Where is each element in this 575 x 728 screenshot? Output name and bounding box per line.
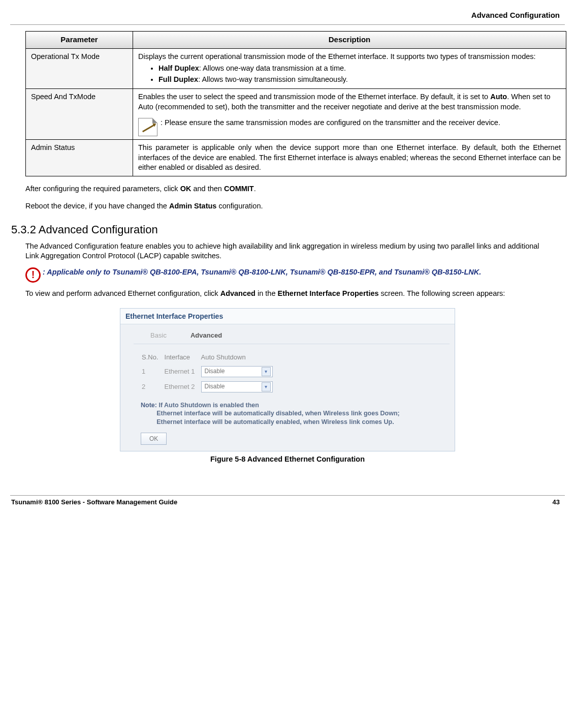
param-name: Speed And TxMode (26, 89, 133, 140)
param-desc: This parameter is applicable only when t… (133, 140, 566, 176)
embedded-screenshot: Ethernet Interface Properties Basic Adva… (120, 308, 455, 465)
desc-bold: Auto (490, 93, 507, 101)
desc-pre: Enables the user to select the speed and… (138, 93, 490, 101)
chevron-down-icon: ▾ (262, 367, 271, 376)
table-row: Admin Status This parameter is applicabl… (26, 140, 566, 176)
col-autoshutdown: Auto Shutdown (201, 351, 278, 363)
tab-advanced[interactable]: Advanced (183, 331, 229, 340)
bullet-item: Full Duplex: Allows two-way transmission… (158, 75, 561, 85)
param-desc: Enables the user to select the speed and… (133, 89, 566, 140)
col-interface: Interface (165, 351, 200, 363)
th-parameter: Parameter (26, 32, 133, 48)
after-table-line2: Reboot the device, if you have changed t… (25, 201, 565, 211)
footer-page-number: 43 (553, 498, 560, 507)
warning-icon: ! (25, 267, 41, 283)
bullet-item: Half Duplex: Allows one-way data transmi… (158, 64, 561, 74)
autoshutdown-select-1[interactable]: Disable▾ (201, 366, 273, 377)
panel-title: Ethernet Interface Properties (120, 309, 455, 325)
bullet-bold: Half Duplex (158, 64, 199, 72)
bullet-rest: : Allows two-way transmission simultaneo… (198, 75, 348, 83)
panel-note: Note: If Auto Shutdown is enabled then E… (141, 401, 455, 427)
desc-intro: Displays the current operational transmi… (138, 52, 536, 60)
autoshutdown-select-2[interactable]: Disable▾ (201, 381, 273, 392)
section-heading: 5.3.2 Advanced Configuration (11, 222, 565, 237)
footer-divider (10, 495, 565, 496)
bullet-rest: : Allows one-way data transmission at a … (199, 64, 346, 72)
th-description: Description (133, 32, 566, 48)
table-row: 2 Ethernet 2 Disable▾ (142, 380, 278, 394)
table-row: Operational Tx Mode Displays the current… (26, 48, 566, 89)
footer-left: Tsunami® 8100 Series - Software Manageme… (11, 498, 177, 507)
header-divider (10, 24, 565, 25)
section-intro: The Advanced Configuration feature enabl… (25, 241, 550, 261)
inner-table: S.No. Interface Auto Shutdown 1 Ethernet… (141, 350, 279, 395)
ok-button[interactable]: OK (141, 433, 167, 445)
param-name: Admin Status (26, 140, 133, 176)
note-row: : Please ensure the same transmission mo… (138, 118, 561, 136)
table-row: Speed And TxMode Enables the user to sel… (26, 89, 566, 140)
param-desc: Displays the current operational transmi… (133, 48, 566, 89)
figure-caption: Figure 5-8 Advanced Ethernet Configurati… (120, 454, 455, 465)
param-name: Operational Tx Mode (26, 48, 133, 89)
warning-row: ! : Applicable only to Tsunami® QB-8100-… (25, 267, 565, 283)
chevron-down-icon: ▾ (262, 382, 271, 391)
col-sno: S.No. (142, 351, 164, 363)
warning-text: : Applicable only to Tsunami® QB-8100-EP… (43, 267, 481, 283)
page-header: Advanced Configuration (10, 0, 565, 24)
note-text: : Please ensure the same transmission mo… (161, 118, 500, 136)
parameter-table: Parameter Description Operational Tx Mod… (25, 31, 566, 176)
nav-instruction: To view and perform advanced Ethernet co… (25, 289, 550, 299)
bullet-bold: Full Duplex (158, 75, 198, 83)
after-table-line1: After configuring the required parameter… (25, 184, 565, 194)
tab-basic[interactable]: Basic (136, 331, 181, 340)
table-row: 1 Ethernet 1 Disable▾ (142, 365, 278, 379)
note-icon (138, 118, 157, 136)
